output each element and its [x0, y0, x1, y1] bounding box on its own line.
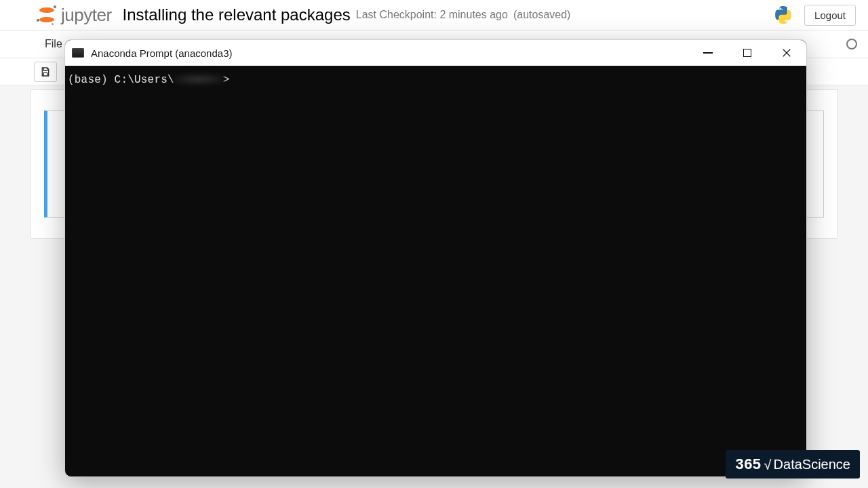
logout-button[interactable]: Logout: [804, 5, 856, 26]
window-titlebar[interactable]: Anaconda Prompt (anaconda3): [65, 40, 806, 66]
datascience-badge: 365 √ DataScience: [726, 450, 860, 479]
prompt-prefix: (base) C:\Users\: [68, 74, 174, 86]
maximize-button[interactable]: [728, 40, 767, 66]
redacted-username: [174, 74, 223, 85]
checkpoint-text: Last Checkpoint: 2 minutes ago: [356, 9, 508, 21]
minimize-icon: [703, 52, 713, 54]
close-button[interactable]: [767, 40, 806, 66]
window-title: Anaconda Prompt (anaconda3): [91, 47, 232, 59]
badge-label: DataScience: [774, 457, 850, 472]
python-kernel-icon[interactable]: [773, 5, 793, 25]
notebook-title[interactable]: Installing the relevant packages: [123, 5, 351, 24]
jupyter-logo[interactable]: jupyter: [38, 5, 112, 26]
close-icon: [782, 48, 791, 58]
badge-365: 365: [735, 455, 761, 473]
save-button[interactable]: [34, 62, 57, 82]
kernel-idle-icon[interactable]: [846, 39, 857, 49]
window-controls: [688, 40, 806, 66]
radical-icon: √: [764, 458, 772, 473]
maximize-icon: [743, 49, 751, 57]
terminal-body[interactable]: (base) C:\Users\>: [65, 66, 806, 86]
save-icon: [40, 66, 51, 77]
jupyter-logo-text: jupyter: [61, 5, 112, 26]
minimize-button[interactable]: [688, 40, 728, 66]
terminal-app-icon: [72, 48, 84, 58]
anaconda-prompt-window: Anaconda Prompt (anaconda3) (base) C:\Us…: [64, 39, 807, 477]
prompt-suffix: >: [223, 74, 230, 86]
jupyter-logo-icon: [38, 6, 56, 24]
autosaved-text: (autosaved): [513, 9, 571, 21]
jupyter-header: jupyter Installing the relevant packages…: [0, 0, 868, 30]
